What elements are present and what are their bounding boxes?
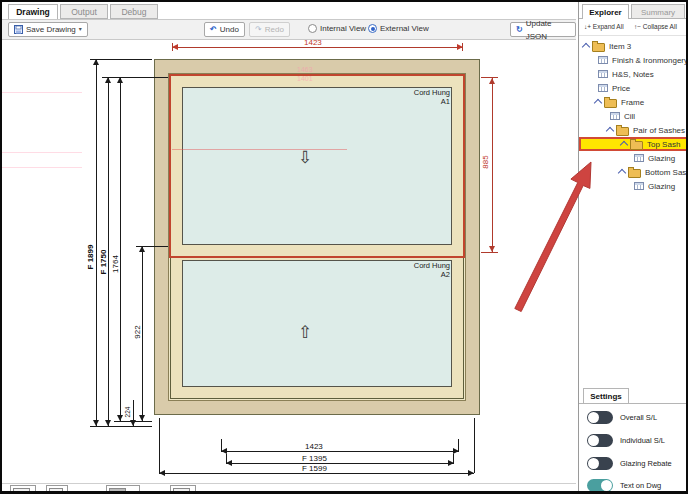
dim-arrow <box>117 77 123 83</box>
chevron-up-icon[interactable] <box>582 43 590 51</box>
external-view-label: External View <box>380 24 429 33</box>
faint-mark <box>2 167 82 168</box>
dim-arrow <box>117 415 123 421</box>
grid-icon <box>598 56 608 64</box>
undo-icon: ↶ <box>210 23 217 36</box>
dim-tick <box>462 43 463 51</box>
tree-item-finish-ironmongery[interactable]: Finish & Ironmongery <box>579 53 688 67</box>
dim-line <box>492 77 493 252</box>
toggle-individual-sl[interactable] <box>587 434 613 447</box>
dim-arrow <box>105 77 111 83</box>
dim-tick <box>172 43 173 51</box>
explorer-panel: Explorer Summary ↓+ Expand All ↑− Collap… <box>578 2 688 491</box>
redo-label: Redo <box>265 23 284 36</box>
faded-dim-label: 1401 <box>297 75 313 82</box>
redo-button[interactable]: ↷ Redo <box>249 22 290 37</box>
internal-view-radio[interactable]: Internal View <box>308 24 366 33</box>
tab-explorer[interactable]: Explorer <box>582 4 629 19</box>
tree-item-price[interactable]: Price <box>579 81 688 95</box>
tree-item-top-sash[interactable]: Top Sash <box>579 137 688 151</box>
save-drawing-button[interactable]: Save Drawing ▾ <box>8 22 88 37</box>
tree-item-hs-notes[interactable]: H&S, Notes <box>579 67 688 81</box>
tab-output[interactable]: Output <box>60 4 108 19</box>
dim-line <box>221 451 459 452</box>
setting-glazing-rebate: Glazing Rebate <box>587 457 672 470</box>
tree-item-glazing-top[interactable]: Glazing <box>579 151 688 165</box>
top-sash-glazing[interactable] <box>182 87 452 245</box>
tree-item-bottom-sash[interactable]: Bottom Sash <box>579 165 688 179</box>
toggle-glazing-rebate[interactable] <box>587 457 613 470</box>
redo-icon: ↷ <box>255 23 262 36</box>
grid-icon <box>634 182 644 190</box>
tab-summary[interactable]: Summary <box>631 4 685 19</box>
drawing-thumbnail[interactable] <box>170 485 196 494</box>
folder-icon <box>592 43 605 52</box>
faint-mark <box>2 152 82 153</box>
sash-up-arrow-icon: ⇧ <box>298 324 312 341</box>
dim-label-frame-height: F 1750 <box>99 250 108 275</box>
tree-item-item3[interactable]: Item 3 <box>579 39 688 53</box>
drawing-thumbnail[interactable] <box>46 485 68 494</box>
dim-arrow <box>489 246 495 252</box>
grid-icon <box>610 112 620 120</box>
tree-item-frame[interactable]: Frame <box>579 95 688 109</box>
dim-line <box>142 246 143 421</box>
dim-label-inner-height: 1764 <box>111 255 120 273</box>
dim-label-overall-height: F 1899 <box>86 245 95 270</box>
dim-ext-line <box>474 418 475 473</box>
drawing-canvas[interactable]: Cord Hung A2 ⇧ Cord Hung A1 ⇩ 1463 1401 … <box>2 40 576 483</box>
faint-mark <box>172 149 347 150</box>
dim-arrow <box>448 460 454 466</box>
chevron-up-icon[interactable] <box>606 127 614 135</box>
dim-arrow <box>226 460 232 466</box>
expand-all-icon: ↓+ <box>584 23 591 30</box>
collapse-all-link[interactable]: ↑− Collapse All <box>634 23 677 30</box>
toggle-overall-sl[interactable] <box>587 411 613 424</box>
dim-arrow <box>221 448 227 454</box>
dim-label-frame-inner-width: F 1395 <box>302 454 327 463</box>
thumbnail-strip <box>2 483 576 494</box>
dim-arrow <box>489 78 495 84</box>
tab-debug[interactable]: Debug <box>110 4 158 19</box>
explorer-tree: Item 3 Finish & Ironmongery H&S, Notes P… <box>579 39 688 193</box>
tree-item-cill[interactable]: Cill <box>579 109 688 123</box>
dim-label-bottom-sash-height: 922 <box>133 325 142 338</box>
dim-line <box>108 77 109 426</box>
setting-overall-sl: Overall S/L <box>587 411 657 424</box>
dim-arrow <box>93 420 99 426</box>
folder-icon <box>630 141 643 150</box>
update-json-label: Update JSON <box>526 17 570 43</box>
tree-item-glazing-bottom[interactable]: Glazing <box>579 179 688 193</box>
drawing-thumbnail[interactable] <box>10 485 36 494</box>
grid-icon <box>598 84 608 92</box>
tab-drawing[interactable]: Drawing <box>8 4 58 19</box>
save-drawing-label: Save Drawing <box>26 23 76 36</box>
chevron-up-icon[interactable] <box>594 99 602 107</box>
settings-tab[interactable]: Settings <box>583 388 629 404</box>
divider <box>579 35 688 36</box>
undo-button[interactable]: ↶ Undo <box>204 22 245 37</box>
chevron-up-icon[interactable] <box>620 141 628 149</box>
collapse-all-icon: ↑− <box>634 23 641 30</box>
dim-arrow <box>139 415 145 421</box>
bottom-sash-glazing[interactable] <box>182 260 452 387</box>
radio-unchecked-icon <box>308 24 317 33</box>
thumbnail-page-icon <box>109 488 126 494</box>
update-json-button[interactable]: ↻ Update JSON <box>510 22 576 37</box>
dim-arrow <box>453 448 459 454</box>
save-icon <box>14 25 23 34</box>
top-sash-tag: Cord Hung A1 <box>382 89 450 106</box>
chevron-up-icon[interactable] <box>618 169 626 177</box>
grid-icon <box>598 70 608 78</box>
expand-all-link[interactable]: ↓+ Expand All <box>584 23 624 30</box>
dim-ext-line <box>90 426 152 427</box>
refresh-icon: ↻ <box>516 23 523 36</box>
external-view-radio[interactable]: External View <box>368 24 429 33</box>
drawing-thumbnail[interactable] <box>106 485 140 494</box>
dim-line <box>172 47 463 48</box>
folder-icon <box>628 169 641 178</box>
tree-item-pair-of-sashes[interactable]: Pair of Sashes <box>579 123 688 137</box>
thumbnail-page-icon <box>13 488 30 494</box>
dim-label-sash-width: 1423 <box>305 442 323 451</box>
toggle-text-on-dwg[interactable] <box>587 479 613 492</box>
